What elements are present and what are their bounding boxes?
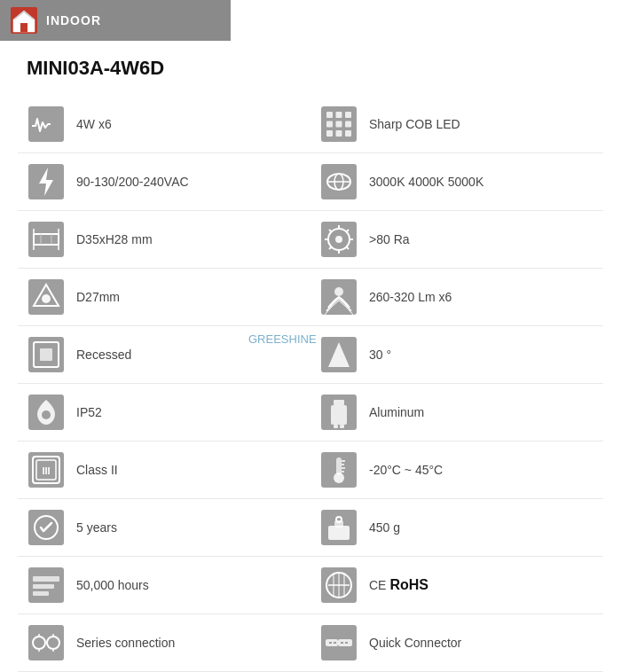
spec-series-text: Series connection — [76, 635, 175, 651]
spec-connector-text: Quick Connector — [369, 635, 461, 651]
spec-lifetime: 50,000 hours — [18, 557, 310, 614]
svg-rect-2 — [20, 23, 28, 32]
svg-rect-93 — [329, 642, 332, 644]
svg-rect-12 — [326, 130, 333, 137]
svg-rect-74 — [33, 584, 54, 589]
spec-connector: Quick Connector — [310, 614, 603, 672]
svg-rect-51 — [334, 400, 344, 405]
spec-cri: >80 Ra — [310, 211, 603, 269]
spec-weight-text: 450 g — [369, 520, 400, 535]
svg-rect-96 — [345, 642, 348, 644]
svg-rect-73 — [33, 576, 59, 582]
connector-icon — [319, 623, 358, 662]
spec-hole-text: D27mm — [76, 289, 120, 305]
spec-ip-text: IP52 — [76, 404, 102, 420]
product-title: MINI03A-4W6D — [0, 57, 621, 96]
spec-class2: III Class II — [18, 441, 310, 499]
dimension-icon — [27, 220, 66, 259]
svg-rect-45 — [40, 348, 52, 361]
svg-rect-13 — [336, 130, 342, 137]
svg-rect-52 — [331, 405, 347, 425]
spec-series: Series connection — [18, 614, 310, 672]
spec-cob: Sharp COB LED — [310, 96, 603, 153]
svg-rect-94 — [334, 642, 336, 644]
spec-recessed-text: Recessed — [76, 347, 131, 363]
spec-warranty: 5 years — [18, 499, 310, 557]
svg-rect-8 — [345, 112, 351, 118]
lightning-icon — [27, 162, 66, 201]
svg-rect-11 — [345, 121, 351, 128]
spec-cri-text: >80 Ra — [369, 231, 410, 247]
svg-rect-6 — [326, 112, 333, 118]
svg-point-37 — [335, 236, 342, 243]
spec-cerohs-text: CE RoHS — [369, 577, 428, 593]
temp-icon — [319, 450, 358, 489]
spec-colortemp: 3000K 4000K 5000K — [310, 153, 603, 211]
beam-icon — [319, 335, 358, 374]
spec-aluminum: Aluminum — [310, 384, 603, 441]
svg-rect-95 — [341, 642, 343, 644]
spec-power-text: 4W x6 — [76, 116, 112, 132]
lumen-icon — [319, 277, 358, 316]
svg-point-40 — [42, 294, 51, 303]
cri-icon — [319, 220, 358, 259]
svg-point-61 — [334, 473, 344, 483]
spec-power: 4W x6 — [18, 96, 310, 153]
svg-rect-69 — [328, 526, 350, 540]
svg-rect-9 — [326, 121, 333, 128]
recessed-icon — [27, 335, 66, 374]
spec-colortemp-text: 3000K 4000K 5000K — [369, 174, 483, 190]
svg-rect-4 — [28, 106, 64, 142]
header-label: INDOOR — [46, 13, 101, 27]
waveform-icon — [27, 105, 66, 144]
spec-lumen: 260-320 Lm x6 — [310, 269, 603, 326]
cerohs-icon — [319, 566, 358, 605]
spec-weight: 450 g — [310, 499, 603, 557]
spec-cob-text: Sharp COB LED — [369, 116, 460, 132]
spec-beam-text: 30 ° — [369, 347, 391, 363]
spec-warranty-text: 5 years — [76, 520, 117, 535]
svg-rect-75 — [33, 591, 49, 596]
spec-dimension: D35xH28 mm — [18, 211, 310, 269]
spec-class2-text: Class II — [76, 462, 118, 478]
spec-temp-text: -20°C ~ 45°C — [369, 462, 443, 478]
spec-lifetime-text: 50,000 hours — [76, 577, 149, 593]
class2-icon: III — [27, 450, 66, 489]
colortemp-icon — [319, 162, 358, 201]
svg-point-42 — [334, 287, 343, 296]
svg-text:III: III — [42, 465, 50, 476]
spec-temp: -20°C ~ 45°C — [310, 441, 603, 499]
spec-aluminum-text: Aluminum — [369, 404, 424, 420]
svg-rect-7 — [336, 112, 342, 118]
spec-dimension-text: D35xH28 mm — [76, 231, 153, 247]
series-icon — [27, 623, 66, 662]
indoor-icon — [11, 7, 37, 34]
svg-rect-53 — [334, 425, 338, 428]
aluminum-icon — [319, 393, 358, 432]
spec-cerohs: CE RoHS — [310, 557, 603, 614]
spec-beam: 30 ° — [310, 326, 603, 384]
warranty-icon — [27, 508, 66, 547]
svg-rect-14 — [345, 130, 351, 137]
spec-hole: D27mm — [18, 269, 310, 326]
specs-grid: 4W x6 Sharp COB LED — [0, 96, 621, 672]
spec-ip: IP52 — [18, 384, 310, 441]
spec-recessed: Recessed — [18, 326, 310, 384]
cob-icon — [319, 105, 358, 144]
header-banner: INDOOR — [0, 0, 231, 41]
ip-icon — [27, 393, 66, 432]
lifetime-icon — [27, 566, 66, 605]
hole-icon — [27, 277, 66, 316]
svg-point-49 — [42, 410, 51, 419]
spec-voltage: 90-130/200-240VAC — [18, 153, 310, 211]
weight-icon — [319, 508, 358, 547]
spec-lumen-text: 260-320 Lm x6 — [369, 289, 452, 305]
svg-rect-10 — [336, 121, 342, 128]
spec-voltage-text: 90-130/200-240VAC — [76, 174, 189, 190]
svg-rect-54 — [340, 425, 344, 428]
